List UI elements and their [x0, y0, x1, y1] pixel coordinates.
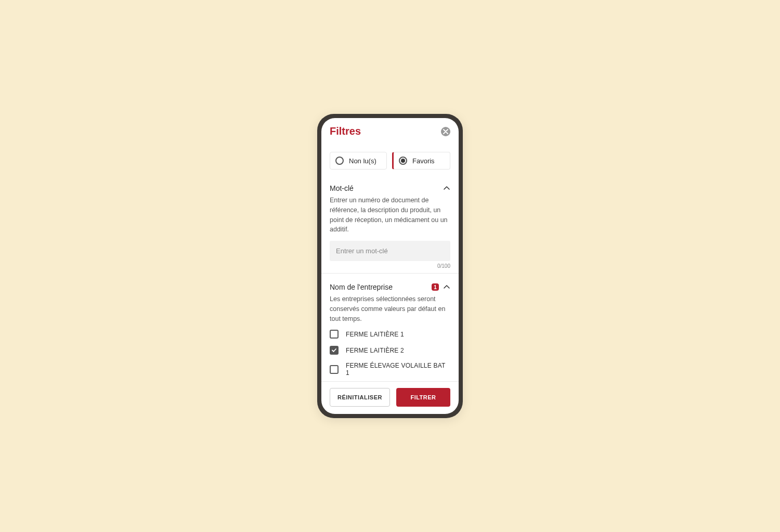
reset-button[interactable]: RÉINITIALISER: [330, 388, 390, 407]
footer: RÉINITIALISER FILTRER: [321, 381, 459, 414]
toggle-favorites[interactable]: Favoris: [392, 152, 450, 170]
chevron-up-icon: [443, 283, 450, 291]
checkbox-unchecked: [330, 365, 339, 374]
page-title: Filtres: [330, 125, 361, 137]
company-list: FERME LAITIÈRE 1 FERME LAITIÈRE 2 FERME …: [330, 330, 450, 377]
company-label: FERME LAITIÈRE 1: [346, 331, 404, 338]
company-label: FERME ÉLEVAGE VOLAILLE BAT 1: [346, 362, 450, 377]
company-description: Les entreprises sélectionnées seront con…: [330, 294, 450, 323]
checkbox-checked: [330, 346, 339, 355]
filter-button[interactable]: FILTRER: [396, 388, 450, 407]
radio-unread: [335, 157, 344, 165]
check-icon: [331, 347, 337, 353]
company-item-1[interactable]: FERME LAITIÈRE 2: [330, 346, 450, 355]
keyword-char-count: 0/100: [330, 263, 450, 269]
toggle-unread[interactable]: Non lu(s): [330, 152, 387, 170]
close-icon: [443, 129, 448, 134]
company-item-2[interactable]: FERME ÉLEVAGE VOLAILLE BAT 1: [330, 362, 450, 377]
screen-header: Filtres: [321, 118, 459, 142]
company-badge: 1: [432, 283, 439, 291]
toggle-row: Non lu(s) Favoris: [330, 152, 450, 170]
company-item-0[interactable]: FERME LAITIÈRE 1: [330, 330, 450, 339]
company-title: Nom de l'entreprise: [330, 283, 393, 291]
phone-frame: Filtres Non lu(s) Favoris Mot-clé: [317, 114, 463, 418]
checkbox-unchecked: [330, 330, 339, 339]
divider: [321, 273, 459, 274]
keyword-description: Entrer un numéro de document de référenc…: [330, 196, 450, 235]
keyword-input[interactable]: [330, 241, 450, 261]
toggle-favorites-label: Favoris: [412, 157, 435, 165]
keyword-title: Mot-clé: [330, 184, 354, 192]
close-button[interactable]: [441, 127, 450, 136]
phone-screen: Filtres Non lu(s) Favoris Mot-clé: [321, 118, 459, 414]
company-section-header[interactable]: Nom de l'entreprise 1: [330, 278, 450, 294]
toggle-unread-label: Non lu(s): [349, 157, 376, 165]
chevron-up-icon: [443, 185, 450, 192]
company-label: FERME LAITIÈRE 2: [346, 347, 404, 354]
screen-body: Non lu(s) Favoris Mot-clé Entrer un numé…: [321, 142, 459, 381]
keyword-section-header[interactable]: Mot-clé: [330, 179, 450, 196]
radio-favorites: [399, 157, 407, 165]
